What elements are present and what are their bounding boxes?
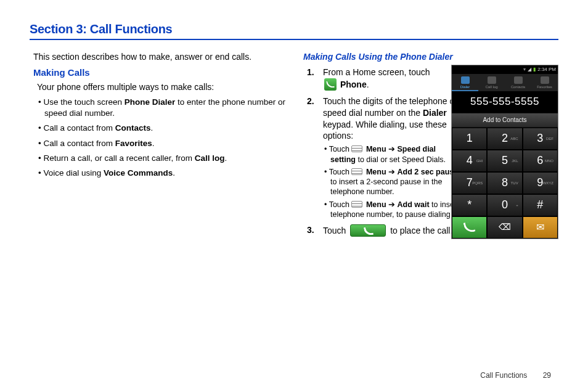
key-hash[interactable]: # bbox=[523, 194, 558, 216]
message-button[interactable] bbox=[523, 216, 558, 239]
key-4[interactable]: 4GHI bbox=[452, 150, 487, 172]
making-calls-bullets: Use the touch screen Phone Dialer to ent… bbox=[30, 97, 288, 179]
phone-screenshot: ▾ ◢ ▮ 2:34 PM Dialer Call log Contacts F… bbox=[451, 65, 558, 239]
backspace-button[interactable] bbox=[487, 216, 522, 239]
signal-icon: ◢ bbox=[528, 67, 531, 73]
page-footer: Call Functions 29 bbox=[480, 371, 551, 380]
key-5[interactable]: 5JKL bbox=[487, 150, 522, 172]
key-6[interactable]: 6MNO bbox=[523, 150, 558, 172]
key-2[interactable]: 2ABC bbox=[487, 128, 522, 150]
wifi-icon: ▾ bbox=[523, 67, 526, 73]
menu-icon bbox=[351, 145, 362, 152]
contacts-icon bbox=[514, 76, 523, 84]
section-intro: This section describes how to make, answ… bbox=[30, 51, 288, 63]
content-columns: This section describes how to make, answ… bbox=[30, 51, 558, 242]
page-number: 29 bbox=[543, 371, 551, 380]
phone-app-icon bbox=[324, 78, 337, 91]
call-icon bbox=[464, 222, 475, 232]
key-9[interactable]: 9WXYZ bbox=[523, 172, 558, 194]
key-star[interactable]: * bbox=[452, 194, 487, 216]
bullet-call-log: Return a call, or call a recent caller, … bbox=[38, 153, 288, 164]
menu-icon bbox=[351, 201, 362, 208]
menu-icon bbox=[351, 168, 362, 175]
call-button-icon bbox=[350, 224, 386, 237]
making-calls-heading: Making Calls bbox=[33, 67, 288, 79]
status-time: 2:34 PM bbox=[537, 67, 556, 73]
section-title: Section 3: Call Functions bbox=[30, 22, 558, 40]
bullet-phone-dialer: Use the touch screen Phone Dialer to ent… bbox=[38, 97, 288, 119]
right-column: Making Calls Using the Phone Dialer From… bbox=[303, 51, 558, 242]
tab-dialer[interactable]: Dialer bbox=[452, 74, 478, 91]
bullet-voice-commands: Voice dial using Voice Commands. bbox=[38, 168, 288, 179]
number-display: 555-555-5555 bbox=[452, 91, 558, 113]
keypad: 1 2ABC 3DEF 4GHI 5JKL 6MNO 7PQRS 8TUV 9W… bbox=[452, 128, 558, 216]
key-1[interactable]: 1 bbox=[452, 128, 487, 150]
tab-row: Dialer Call log Contacts Favorites bbox=[452, 74, 558, 91]
tab-favorites[interactable]: Favorites bbox=[531, 74, 558, 91]
step-1: From a Home screen, touch Phone. bbox=[303, 67, 439, 91]
call-log-icon bbox=[488, 76, 496, 84]
battery-icon: ▮ bbox=[533, 67, 536, 73]
backspace-icon bbox=[499, 221, 511, 233]
dialer-heading: Making Calls Using the Phone Dialer bbox=[303, 51, 558, 63]
envelope-icon bbox=[536, 221, 544, 234]
footer-label: Call Functions bbox=[480, 371, 527, 380]
status-bar: ▾ ◢ ▮ 2:34 PM bbox=[452, 65, 558, 74]
option-speed-dial: Touch Menu ➔ Speed dial setting to dial … bbox=[323, 144, 459, 165]
key-3[interactable]: 3DEF bbox=[523, 128, 558, 150]
bullet-favorites: Call a contact from Favorites. bbox=[38, 138, 288, 149]
left-column: This section describes how to make, answ… bbox=[30, 51, 288, 242]
tab-contacts[interactable]: Contacts bbox=[505, 74, 531, 91]
action-row bbox=[452, 216, 558, 239]
dialer-icon bbox=[461, 76, 470, 84]
option-add-pause: Touch Menu ➔ Add 2 sec pause to insert a… bbox=[323, 167, 459, 197]
key-8[interactable]: 8TUV bbox=[487, 172, 522, 194]
key-7[interactable]: 7PQRS bbox=[452, 172, 487, 194]
key-0[interactable]: 0+ bbox=[487, 194, 522, 216]
making-calls-intro: Your phone offers multiple ways to make … bbox=[37, 81, 288, 93]
call-button[interactable] bbox=[452, 216, 487, 239]
bullet-contacts: Call a contact from Contacts. bbox=[38, 123, 288, 134]
tab-call-log[interactable]: Call log bbox=[478, 74, 505, 91]
favorites-icon bbox=[541, 76, 549, 84]
add-to-contacts-button[interactable]: Add to Contacts bbox=[452, 113, 558, 128]
